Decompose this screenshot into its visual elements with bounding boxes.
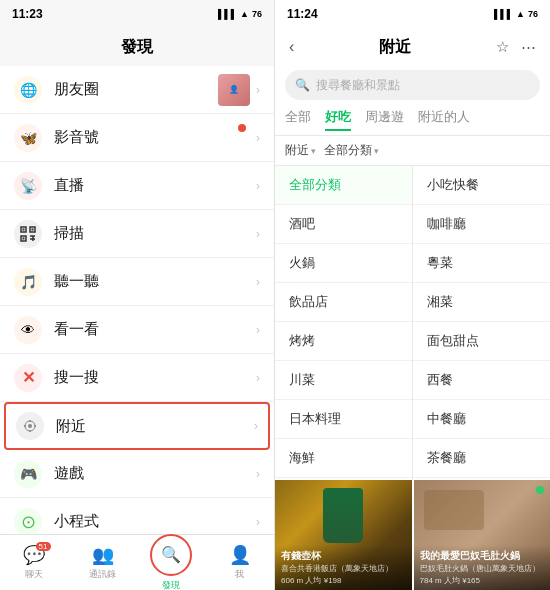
- restaurant-card-2[interactable]: 我的最愛巴奴毛肚火鍋 巴奴毛肚火鍋（唐山萬象天地店） 784 m 人均 ¥165: [414, 480, 551, 590]
- channels-chevron: ›: [256, 131, 260, 145]
- cat-item-hunan[interactable]: 湘菜: [413, 283, 551, 322]
- scan-label: 掃描: [54, 224, 256, 243]
- svg-point-9: [28, 424, 32, 428]
- menu-item-nearby[interactable]: 附近 ›: [4, 402, 270, 450]
- card1-distance: 606 m: [281, 576, 303, 585]
- scan-chevron: ›: [256, 227, 260, 241]
- filter-category[interactable]: 全部分類 ▾: [324, 142, 379, 159]
- right-panel: 11:24 ▌▌▌ ▲ 76 ‹ 附近 ☆ ⋯ 🔍 搜尋餐廳和景點 全部 好吃 …: [275, 0, 550, 590]
- filter-row: 附近 ▾ 全部分類 ▾: [275, 136, 550, 166]
- filter-location-label: 附近: [285, 142, 309, 159]
- menu-item-miniapp[interactable]: ⊙ 小程式 ›: [0, 498, 274, 534]
- left-status-bar: 11:23 ▌▌▌ ▲ 76: [0, 0, 274, 28]
- left-status-time: 11:23: [12, 7, 43, 21]
- tab-me[interactable]: 👤 我: [206, 544, 275, 581]
- search-tool-icon: ✕: [14, 364, 42, 392]
- signal-icon: ▌▌▌: [218, 9, 237, 19]
- chat-badge: 51: [36, 542, 51, 551]
- tab-nearby-people[interactable]: 附近的人: [418, 108, 470, 131]
- more-icon[interactable]: ⋯: [521, 38, 536, 56]
- tab-chat[interactable]: 💬 51 聊天: [0, 544, 69, 581]
- live-label: 直播: [54, 176, 256, 195]
- right-title-bar: ‹ 附近 ☆ ⋯: [275, 28, 550, 66]
- moments-icon: 🌐: [14, 76, 42, 104]
- cat-item-bar[interactable]: 酒吧: [275, 205, 412, 244]
- cat-item-cafe[interactable]: 咖啡廳: [413, 205, 551, 244]
- menu-item-moments[interactable]: 🌐 朋友圈 👤 ›: [0, 66, 274, 114]
- card2-overlay: 我的最愛巴奴毛肚火鍋 巴奴毛肚火鍋（唐山萬象天地店） 784 m 人均 ¥165: [414, 545, 551, 590]
- games-label: 遊戲: [54, 464, 256, 483]
- menu-item-games[interactable]: 🎮 遊戲 ›: [0, 450, 274, 498]
- svg-rect-5: [23, 237, 25, 239]
- card2-price: 人均 ¥165: [444, 576, 480, 585]
- cat-item-bbq[interactable]: 烤烤: [275, 322, 412, 361]
- discover-tab-label: 發現: [162, 579, 180, 591]
- filter-location-chevron: ▾: [311, 146, 316, 156]
- menu-item-look[interactable]: 👁 看一看 ›: [0, 306, 274, 354]
- contacts-tab-icon: 👥: [92, 544, 114, 566]
- search-icon: 🔍: [295, 78, 310, 92]
- cat-item-hotpot[interactable]: 火鍋: [275, 244, 412, 283]
- bookmark-icon[interactable]: ☆: [496, 38, 509, 56]
- me-tab-icon: 👤: [229, 544, 251, 566]
- search-bar[interactable]: 🔍 搜尋餐廳和景點: [285, 70, 540, 100]
- menu-item-scan[interactable]: 掃描 ›: [0, 210, 274, 258]
- menu-item-live[interactable]: 📡 直播 ›: [0, 162, 274, 210]
- wifi-icon: ▲: [240, 9, 249, 19]
- card2-distance: 784 m: [420, 576, 442, 585]
- menu-item-search[interactable]: ✕ 搜一搜 ›: [0, 354, 274, 402]
- left-status-icons: ▌▌▌ ▲ 76: [218, 9, 262, 19]
- cat-item-all[interactable]: 全部分類: [275, 166, 412, 205]
- card1-price: 人均 ¥198: [305, 576, 341, 585]
- miniapp-icon: ⊙: [14, 508, 42, 535]
- left-panel: 11:23 ▌▌▌ ▲ 76 發現 🌐 朋友圈 👤 › 🦋 影音號 › 📡 直播: [0, 0, 275, 590]
- battery-icon: 76: [252, 9, 262, 19]
- scan-icon: [14, 220, 42, 248]
- cat-item-cantonese[interactable]: 粵菜: [413, 244, 551, 283]
- card2-distance-price: 784 m 人均 ¥165: [420, 575, 545, 586]
- nearby-chevron: ›: [254, 419, 258, 433]
- right-page-title: 附近: [379, 37, 411, 58]
- cat-item-chinese[interactable]: 中餐廳: [413, 400, 551, 439]
- left-page-title: 發現: [121, 37, 153, 58]
- tab-tour[interactable]: 周邊遊: [365, 108, 404, 131]
- cat-item-fastfood[interactable]: 小吃快餐: [413, 166, 551, 205]
- cat-item-bakery[interactable]: 面包甜点: [413, 322, 551, 361]
- cat-item-seafood[interactable]: 海鮮: [275, 439, 412, 478]
- music-icon: 🎵: [14, 268, 42, 296]
- menu-item-music[interactable]: 🎵 聽一聽 ›: [0, 258, 274, 306]
- cat-item-hkstyle[interactable]: 茶餐廳: [413, 439, 551, 478]
- card2-title: 我的最愛巴奴毛肚火鍋: [420, 549, 545, 562]
- left-page-title-bar: 發現: [0, 28, 274, 66]
- look-icon: 👁: [14, 316, 42, 344]
- me-tab-label: 我: [235, 568, 244, 581]
- music-label: 聽一聽: [54, 272, 256, 291]
- cat-item-sichuan[interactable]: 川菜: [275, 361, 412, 400]
- search-label: 搜一搜: [54, 368, 256, 387]
- back-button[interactable]: ‹: [289, 38, 294, 56]
- card1-location: 喜合共香港飯店（萬象天地店）: [281, 563, 406, 574]
- tab-contacts[interactable]: 👥 通訊錄: [69, 544, 138, 581]
- cat-item-drinks[interactable]: 飲品店: [275, 283, 412, 322]
- card1-title: 有錢壺杯: [281, 549, 406, 562]
- cat-item-japanese[interactable]: 日本料理: [275, 400, 412, 439]
- card1-location-text: 喜合共香港飯店（萬象天地店）: [281, 564, 393, 573]
- discover-ring: 🔍: [150, 534, 192, 576]
- live-chevron: ›: [256, 179, 260, 193]
- restaurant-cards: 有錢壺杯 喜合共香港飯店（萬象天地店） 606 m 人均 ¥198 我的最愛巴奴…: [275, 480, 550, 590]
- menu-item-channels[interactable]: 🦋 影音號 ›: [0, 114, 274, 162]
- cat-item-western[interactable]: 西餐: [413, 361, 551, 400]
- menu-list: 🌐 朋友圈 👤 › 🦋 影音號 › 📡 直播 ›: [0, 66, 274, 534]
- music-chevron: ›: [256, 275, 260, 289]
- chat-tab-label: 聊天: [25, 568, 43, 581]
- games-icon: 🎮: [14, 460, 42, 488]
- restaurant-card-1[interactable]: 有錢壺杯 喜合共香港飯店（萬象天地店） 606 m 人均 ¥198: [275, 480, 412, 590]
- filter-location[interactable]: 附近 ▾: [285, 142, 316, 159]
- miniapp-label: 小程式: [54, 512, 256, 531]
- nearby-label: 附近: [56, 417, 254, 436]
- right-status-icons: ▌▌▌ ▲ 76: [494, 9, 538, 19]
- tab-food[interactable]: 好吃: [325, 108, 351, 131]
- tab-discover[interactable]: 🔍 發現: [137, 534, 206, 591]
- games-chevron: ›: [256, 467, 260, 481]
- tab-all[interactable]: 全部: [285, 108, 311, 131]
